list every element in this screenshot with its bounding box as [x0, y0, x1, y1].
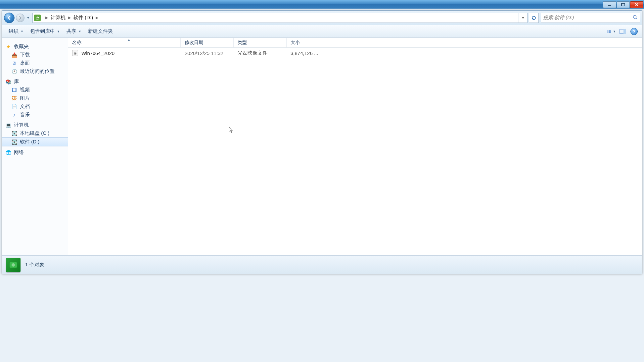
chevron-down-icon: ▼ — [78, 30, 81, 33]
svg-rect-10 — [608, 32, 608, 32]
help-button[interactable]: ? — [629, 27, 639, 36]
chevron-right-icon: ▶ — [68, 16, 71, 20]
sidebar-item-label: 文档 — [20, 103, 30, 110]
breadcrumb-root[interactable]: 计算机 — [51, 15, 66, 21]
address-bar[interactable]: ◔ ▶ 计算机 ▶ 软件 (D:) ▶ ▼ — [32, 13, 528, 23]
network-label: 网络 — [14, 149, 24, 156]
drive-large-icon — [6, 258, 21, 272]
sidebar-item-pictures[interactable]: 🖼 图片 — [2, 94, 68, 102]
column-name[interactable]: 名称 ▲ — [68, 38, 181, 47]
back-button[interactable] — [4, 13, 15, 23]
maximize-button[interactable] — [617, 1, 630, 8]
libraries-label: 库 — [14, 78, 19, 85]
share-label: 共享 — [67, 28, 76, 34]
sidebar-item-desktop[interactable]: 🖥 桌面 — [2, 59, 68, 67]
column-label: 修改日期 — [185, 40, 203, 46]
svg-rect-0 — [608, 5, 611, 6]
sidebar-item-label: 视频 — [20, 87, 30, 93]
new-folder-label: 新建文件夹 — [88, 28, 113, 34]
organize-label: 组织 — [9, 28, 19, 34]
svg-rect-11 — [609, 32, 611, 32]
computer-group[interactable]: 💻 计算机 — [2, 121, 68, 129]
svg-rect-13 — [623, 29, 626, 34]
svg-rect-7 — [609, 30, 611, 30]
file-rows[interactable]: ◉ Win7x64_2020 2020/12/25 11:32 光盘映像文件 3… — [68, 48, 642, 255]
column-label: 名称 — [72, 40, 81, 46]
drive-icon: ◔ — [34, 15, 41, 21]
organize-menu[interactable]: 组织▼ — [5, 27, 27, 36]
sidebar-item-recent[interactable]: 🕙 最近访问的位置 — [2, 67, 68, 76]
search-input[interactable]: 搜索 软件 (D:) — [541, 13, 640, 23]
new-folder-button[interactable]: 新建文件夹 — [85, 27, 116, 36]
sidebar-item-label: 下载 — [20, 52, 30, 58]
close-button[interactable] — [630, 1, 643, 8]
sidebar-item-drive-c[interactable]: 💽 本地磁盘 (C:) — [2, 129, 68, 137]
sidebar-item-label: 本地磁盘 (C:) — [20, 130, 49, 136]
status-bar: 1 个对象 — [2, 255, 642, 274]
svg-rect-1 — [621, 3, 625, 6]
navigation-tree[interactable]: ★ 收藏夹 📥 下载 🖥 桌面 🕙 最近访问的位置 📚 库 🎞 视频 — [2, 38, 68, 255]
column-size[interactable]: 大小 — [287, 38, 326, 47]
minimize-button[interactable] — [603, 1, 616, 8]
include-in-library-menu[interactable]: 包含到库中▼ — [27, 27, 63, 36]
explorer-window: ▼ ◔ ▶ 计算机 ▶ 软件 (D:) ▶ ▼ 搜索 软件 (D:) 组织▼ — [2, 10, 642, 274]
video-icon: 🎞 — [11, 87, 17, 93]
computer-label: 计算机 — [14, 122, 29, 128]
svg-point-4 — [633, 16, 636, 19]
window-titlebar — [0, 0, 644, 9]
sidebar-item-videos[interactable]: 🎞 视频 — [2, 86, 68, 94]
sidebar-item-documents[interactable]: 📄 文档 — [2, 102, 68, 111]
svg-line-5 — [636, 18, 637, 20]
chevron-down-icon: ▼ — [57, 30, 60, 33]
column-type[interactable]: 类型 — [234, 38, 287, 47]
file-date: 2020/12/25 11:32 — [181, 50, 234, 56]
computer-icon: 💻 — [5, 122, 11, 128]
desktop-icon: 🖥 — [11, 60, 17, 66]
favorites-group[interactable]: ★ 收藏夹 — [2, 42, 68, 51]
sidebar-item-label: 音乐 — [20, 112, 30, 118]
file-row[interactable]: ◉ Win7x64_2020 2020/12/25 11:32 光盘映像文件 3… — [68, 48, 642, 58]
network-group[interactable]: 🌐 网络 — [2, 148, 68, 157]
chevron-down-icon: ▼ — [613, 30, 616, 33]
body: ★ 收藏夹 📥 下载 🖥 桌面 🕙 最近访问的位置 📚 库 🎞 视频 — [2, 38, 642, 255]
sidebar-item-downloads[interactable]: 📥 下载 — [2, 51, 68, 59]
svg-rect-6 — [608, 30, 608, 30]
svg-point-15 — [12, 263, 15, 267]
help-icon: ? — [630, 28, 638, 35]
sidebar-item-drive-d[interactable]: 💽 软件 (D:) — [2, 137, 68, 146]
nav-bar: ▼ ◔ ▶ 计算机 ▶ 软件 (D:) ▶ ▼ 搜索 软件 (D:) — [2, 11, 642, 25]
include-label: 包含到库中 — [30, 28, 55, 34]
breadcrumb-current[interactable]: 软件 (D:) — [73, 15, 93, 21]
chevron-down-icon: ▼ — [21, 30, 23, 33]
forward-button[interactable] — [16, 14, 24, 22]
chevron-right-icon: ▶ — [45, 16, 48, 20]
libraries-group[interactable]: 📚 库 — [2, 78, 68, 86]
svg-rect-9 — [609, 31, 611, 31]
star-icon: ★ — [5, 44, 11, 50]
music-icon: ♪ — [11, 112, 17, 118]
breadcrumb[interactable]: ▶ 计算机 ▶ 软件 (D:) ▶ — [43, 15, 101, 21]
column-label: 类型 — [238, 40, 247, 46]
sidebar-item-label: 最近访问的位置 — [20, 68, 55, 75]
sidebar-item-label: 软件 (D:) — [20, 139, 39, 145]
sidebar-item-music[interactable]: ♪ 音乐 — [2, 111, 68, 119]
document-icon: 📄 — [11, 104, 17, 110]
share-menu[interactable]: 共享▼ — [63, 27, 85, 36]
preview-pane-button[interactable] — [618, 27, 627, 36]
column-headers: 名称 ▲ 修改日期 类型 大小 — [68, 38, 642, 48]
network-icon: 🌐 — [5, 150, 11, 156]
sidebar-item-label: 桌面 — [20, 60, 30, 66]
file-type: 光盘映像文件 — [234, 50, 287, 56]
status-text: 1 个对象 — [25, 262, 44, 268]
file-name: Win7x64_2020 — [81, 50, 115, 56]
search-placeholder: 搜索 软件 (D:) — [543, 15, 574, 21]
column-date[interactable]: 修改日期 — [181, 38, 234, 47]
view-options-button[interactable]: ▼ — [607, 27, 616, 36]
address-dropdown[interactable]: ▼ — [519, 13, 527, 23]
history-dropdown[interactable]: ▼ — [26, 14, 30, 22]
svg-rect-8 — [608, 31, 608, 31]
toolbar: 组织▼ 包含到库中▼ 共享▼ 新建文件夹 ▼ ? — [2, 25, 642, 38]
refresh-button[interactable] — [529, 13, 539, 23]
sidebar-item-label: 图片 — [20, 95, 30, 101]
file-list-pane: 名称 ▲ 修改日期 类型 大小 ◉ Win7x64_2020 2020/12/2… — [68, 38, 642, 255]
